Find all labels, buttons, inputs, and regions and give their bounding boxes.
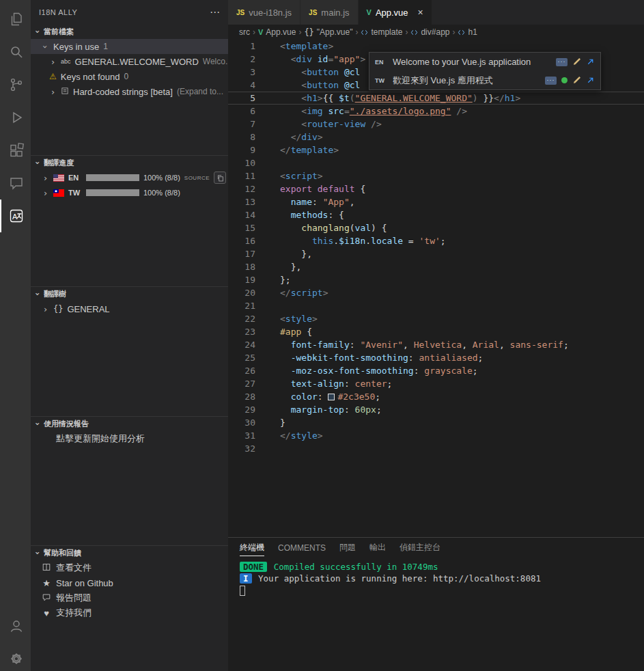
review-comments-icon[interactable]: ··· (556, 58, 568, 66)
tw-flag-icon (53, 189, 64, 197)
help-docs-item[interactable]: 查看文件 (31, 560, 228, 575)
section-header-current-file[interactable]: › 當前檔案 (31, 24, 228, 39)
locale-row-en[interactable]: › EN 100% (8/8) SOURCE (31, 170, 228, 185)
usage-analysis-link[interactable]: 點擊更新開始使用分析 (31, 431, 228, 446)
code-line-19[interactable]: 19}; (228, 273, 644, 286)
code-line-26[interactable]: 26 -moz-osx-font-smoothing: grayscale; (228, 364, 644, 377)
code-line-17[interactable]: 17 }, (228, 247, 644, 260)
run-debug-icon[interactable] (0, 101, 31, 134)
account-icon[interactable] (0, 610, 31, 642)
keys-in-use-row[interactable]: › Keys in use 1 (31, 39, 228, 54)
breadcrumb-app-vue-node[interactable]: {}"App.vue" (304, 27, 352, 37)
panel-tab-terminal[interactable]: 終端機 (240, 538, 264, 556)
source-control-icon[interactable] (0, 68, 31, 101)
code-line-24[interactable]: 24 font-family: "Avenir", Helvetica, Ari… (228, 338, 644, 351)
line-number: 30 (228, 416, 255, 429)
breadcrumb-h1[interactable]: h1 (458, 27, 477, 37)
line-number: 5 (228, 92, 255, 104)
comments-icon[interactable] (0, 167, 31, 200)
help-issue-item[interactable]: 報告問題 (31, 590, 228, 605)
code-line-20[interactable]: 20</script> (228, 286, 644, 299)
code-line-29[interactable]: 29 margin-top: 60px; (228, 403, 644, 416)
hardcoded-strings-row[interactable]: › Hard-coded strings [beta] (Expand to..… (31, 84, 228, 99)
locale-row-tw[interactable]: › TW 100% (8/8) (31, 185, 228, 200)
copy-button[interactable] (214, 172, 226, 184)
code-line-18[interactable]: 18 }, (228, 260, 644, 273)
open-key-icon[interactable] (586, 76, 595, 85)
keys-not-found-row[interactable]: ⚠ Keys not found 0 (31, 69, 228, 84)
code-line-7[interactable]: 7 <router-view /> (228, 118, 644, 131)
code-line-11[interactable]: 11<script> (228, 169, 644, 182)
tab-app-vue[interactable]: V App.vue × (359, 0, 432, 25)
search-icon[interactable] (0, 36, 31, 68)
edit-translation-icon[interactable] (572, 76, 581, 85)
extensions-icon[interactable] (0, 134, 31, 167)
code-editor[interactable]: 1<template>2 <div id="app">3 <button @cl… (228, 40, 644, 537)
code-line-22[interactable]: 22<style> (228, 312, 644, 325)
code-line-12[interactable]: 12export default { (228, 182, 644, 195)
code-line-28[interactable]: 28 color: #2c3e50; (228, 390, 644, 403)
section-title: 當前檔案 (44, 27, 74, 37)
code-line-23[interactable]: 23#app { (228, 325, 644, 338)
translation-state-icon[interactable] (561, 77, 568, 83)
code-line-16[interactable]: 16 this.$i18n.locale = 'tw'; (228, 234, 644, 247)
code-line-14[interactable]: 14 methods: { (228, 208, 644, 221)
tab-vue-i18n-js[interactable]: JS vue-i18n.js (228, 0, 300, 25)
key-row-general-welcome-word[interactable]: › abc GENERAL.WELCOME_WORD Welco... (31, 54, 228, 69)
panel-tab-comments[interactable]: COMMENTS (278, 540, 326, 556)
pane-usage-report: › 使用情況報告 點擊更新開始使用分析 (31, 416, 228, 545)
code-line-32[interactable]: 32 (228, 442, 644, 455)
line-number: 19 (228, 273, 255, 286)
progress-bar-en (86, 174, 139, 181)
tab-main-js[interactable]: JS main.js (300, 0, 358, 25)
star-icon: ★ (41, 578, 52, 588)
code-line-1[interactable]: 1<template> (228, 40, 644, 53)
panel-tab-debug-console[interactable]: 偵錯主控台 (400, 538, 440, 556)
line-number: 8 (228, 131, 255, 143)
activity-bar: A (0, 0, 31, 671)
tab-label: App.vue (376, 8, 408, 18)
translation-text: Welcome to your Vue.js application (393, 57, 550, 67)
more-actions-icon[interactable]: ⋯ (210, 6, 220, 18)
settings-gear-icon[interactable] (0, 642, 31, 671)
section-header-usage[interactable]: › 使用情況報告 (31, 416, 228, 431)
code-line-10[interactable]: 10 (228, 156, 644, 169)
translation-row-en: EN Welcome to your Vue.js application ··… (369, 53, 600, 71)
tab-label: main.js (321, 8, 349, 18)
breadcrumb-template[interactable]: template (361, 27, 402, 37)
review-comments-icon[interactable]: ··· (545, 77, 557, 85)
code-line-27[interactable]: 27 text-align: center; (228, 377, 644, 390)
locale-code: TW (68, 189, 82, 197)
explorer-icon[interactable] (0, 3, 31, 36)
terminal-link[interactable]: http://localhost:8081 (433, 573, 541, 584)
tree-node-general[interactable]: › {} GENERAL (31, 301, 228, 316)
breadcrumb-app-vue[interactable]: VApp.vue (258, 27, 296, 37)
usage-analysis-label: 點擊更新開始使用分析 (56, 433, 145, 445)
section-header-tree[interactable]: › 翻譯樹 (31, 286, 228, 301)
code-line-15[interactable]: 15 changlang(val) { (228, 221, 644, 234)
breadcrumb-div-app[interactable]: div#app (410, 27, 449, 37)
help-support-item[interactable]: ♥ 支持我們 (31, 605, 228, 620)
code-line-5[interactable]: 5 <h1>{{ $t("GENERAL.WELCOME_WORD") }}</… (228, 92, 644, 105)
panel-tab-output[interactable]: 輸出 (369, 538, 386, 556)
edit-translation-icon[interactable] (572, 57, 581, 66)
help-star-item[interactable]: ★ Star on Github (31, 575, 228, 590)
open-key-icon[interactable] (586, 57, 595, 66)
code-line-9[interactable]: 9</template> (228, 143, 644, 156)
code-line-31[interactable]: 31</style> (228, 429, 644, 442)
i18n-ally-icon[interactable]: A (0, 200, 31, 232)
chevron-down-icon: › (33, 290, 42, 298)
section-header-help[interactable]: › 幫助和回饋 (31, 545, 228, 560)
close-icon[interactable]: × (418, 7, 423, 18)
panel-tab-problems[interactable]: 問題 (339, 538, 356, 556)
line-number: 32 (228, 442, 255, 455)
code-line-25[interactable]: 25 -webkit-font-smoothing: antialiased; (228, 351, 644, 364)
section-header-progress[interactable]: › 翻譯進度 (31, 155, 228, 170)
code-line-6[interactable]: 6 <img src="./assets/logo.png" /> (228, 105, 644, 118)
code-line-30[interactable]: 30} (228, 416, 644, 429)
code-line-13[interactable]: 13 name: "App", (228, 195, 644, 208)
code-line-21[interactable]: 21 (228, 299, 644, 312)
symbol-icon (410, 29, 418, 36)
code-line-8[interactable]: 8 </div> (228, 131, 644, 143)
breadcrumb-src[interactable]: src (239, 27, 250, 37)
